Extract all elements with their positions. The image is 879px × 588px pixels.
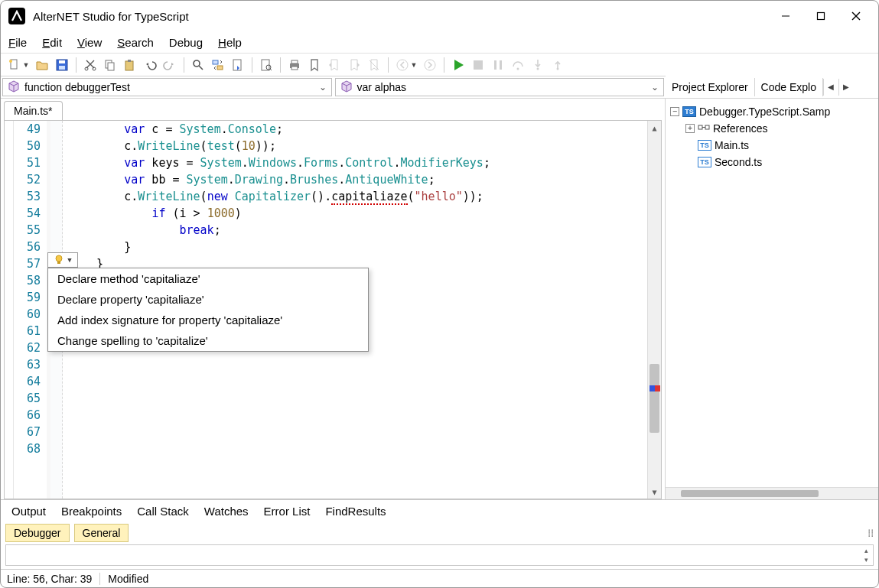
output-source-general[interactable]: General — [74, 524, 129, 542]
svg-rect-1 — [818, 13, 825, 20]
scroll-up-icon[interactable]: ▲ — [648, 121, 661, 135]
bookmark-prev-button[interactable] — [325, 56, 343, 74]
run-button[interactable] — [449, 56, 467, 74]
new-file-button[interactable]: ▼ — [5, 56, 31, 74]
status-position: Line: 56, Char: 39 — [7, 573, 92, 585]
menu-view[interactable]: View — [77, 36, 102, 49]
scrollbar-marker — [649, 385, 660, 391]
goto-button[interactable] — [229, 56, 247, 74]
find-button[interactable] — [189, 56, 207, 74]
svg-rect-25 — [291, 67, 298, 70]
member-dropdown[interactable]: var alphas ⌄ — [335, 78, 665, 96]
svg-line-16 — [199, 66, 203, 70]
codefix-change-spelling[interactable]: Change spelling to 'capitalize' — [48, 330, 368, 351]
tab-error-list[interactable]: Error List — [256, 502, 318, 521]
chevron-down-icon: ⌄ — [651, 82, 659, 93]
editor-tab-main[interactable]: Main.ts* — [4, 101, 63, 120]
scroll-down-icon[interactable]: ▾ — [861, 555, 871, 564]
lightbulb-button[interactable]: ▼ — [47, 252, 78, 268]
step-out-button[interactable] — [549, 56, 567, 74]
print-button[interactable] — [285, 56, 304, 74]
find-in-files-button[interactable] — [257, 56, 275, 74]
bookmark-toggle-button[interactable] — [305, 56, 324, 74]
tab-output[interactable]: Output — [4, 502, 54, 521]
step-over-button[interactable] — [509, 56, 527, 74]
app-icon — [8, 8, 25, 24]
codefix-declare-method[interactable]: Declare method 'capitaliaze' — [48, 268, 368, 289]
menu-file[interactable]: File — [8, 36, 27, 49]
menu-help[interactable]: Help — [218, 36, 242, 49]
minimize-button[interactable] — [768, 2, 803, 31]
svg-point-33 — [537, 67, 539, 70]
window-title: AlterNET Studio for TypeScript — [33, 10, 189, 23]
tab-call-stack[interactable]: Call Stack — [129, 502, 197, 521]
svg-rect-24 — [291, 60, 298, 63]
close-button[interactable] — [838, 2, 874, 31]
menu-edit[interactable]: Edit — [42, 36, 62, 49]
hscroll-thumb[interactable] — [681, 490, 819, 497]
svg-rect-36 — [57, 262, 60, 264]
redo-button[interactable] — [161, 56, 179, 74]
svg-rect-30 — [494, 60, 496, 70]
maximize-button[interactable] — [803, 2, 838, 31]
lightbulb-icon — [54, 255, 64, 265]
nav-fwd-button[interactable] — [421, 56, 439, 74]
codefix-declare-property[interactable]: Declare property 'capitaliaze' — [48, 289, 368, 310]
tab-project-explorer[interactable]: Project Explorer — [666, 78, 755, 96]
svg-rect-17 — [213, 60, 218, 64]
collapse-icon[interactable]: − — [670, 107, 679, 116]
toolbar: ▼ ▼ — [1, 53, 878, 76]
status-modified: Modified — [108, 573, 148, 585]
output-source-debugger[interactable]: Debugger — [5, 524, 70, 542]
output-text[interactable]: ▴ ▾ — [5, 544, 874, 566]
tab-breakpoints[interactable]: Breakpoints — [54, 502, 129, 521]
tab-watches[interactable]: Watches — [197, 502, 256, 521]
side-tab-scroll-right[interactable]: ▶ — [838, 79, 854, 96]
replace-button[interactable] — [209, 56, 227, 74]
undo-button[interactable] — [141, 56, 159, 74]
open-file-button[interactable] — [33, 56, 51, 74]
menu-debug[interactable]: Debug — [169, 36, 203, 49]
scope-dropdown[interactable]: function debuggerTest ⌄ — [2, 78, 332, 96]
title-bar: AlterNET Studio for TypeScript — [1, 1, 878, 31]
code-fix-menu: Declare method 'capitaliaze' Declare pro… — [47, 268, 369, 352]
ts-project-icon: TS — [682, 106, 696, 117]
ts-file-icon: TS — [698, 140, 711, 151]
nav-back-button[interactable]: ▼ — [393, 56, 419, 74]
step-into-button[interactable] — [529, 56, 547, 74]
bookmark-clear-button[interactable] — [365, 56, 383, 74]
tab-find-results[interactable]: FindResults — [317, 502, 393, 521]
svg-line-22 — [270, 69, 272, 70]
svg-rect-13 — [125, 61, 133, 70]
copy-button[interactable] — [101, 56, 119, 74]
svg-rect-18 — [217, 66, 223, 70]
svg-point-15 — [194, 60, 200, 67]
ts-file-icon: TS — [698, 157, 711, 167]
codefix-add-index-signature[interactable]: Add index signature for property 'capita… — [48, 310, 368, 330]
save-button[interactable] — [53, 56, 71, 74]
svg-rect-8 — [59, 66, 65, 70]
code-editor[interactable]: 4950515253545556575859606162636465666768… — [4, 120, 662, 499]
expand-icon[interactable]: + — [685, 124, 695, 133]
scrollbar-thumb[interactable] — [649, 364, 659, 433]
tree-file-second[interactable]: TS Second.ts — [669, 154, 875, 171]
cut-button[interactable] — [81, 56, 99, 74]
side-tab-scroll-left[interactable]: ◀ — [823, 79, 838, 96]
scroll-down-icon[interactable]: ▼ — [648, 485, 661, 499]
tree-root[interactable]: − TS Debugger.TypeScript.Samp — [669, 103, 875, 120]
tab-code-explorer[interactable]: Code Explo — [755, 78, 823, 96]
menu-bar: File Edit View Search Debug Help — [1, 31, 878, 53]
pause-button[interactable] — [489, 56, 507, 74]
tree-file-main[interactable]: TS Main.ts — [669, 137, 875, 154]
paste-button[interactable] — [121, 56, 139, 74]
svg-point-35 — [56, 255, 62, 262]
status-bar: Line: 56, Char: 39 Modified — [1, 569, 878, 587]
tree-references[interactable]: + References — [669, 120, 875, 137]
editor-scrollbar[interactable]: ▲ ▼ — [647, 121, 661, 499]
scroll-up-icon[interactable]: ▴ — [861, 546, 871, 555]
bookmark-next-button[interactable] — [345, 56, 363, 74]
resize-grip-icon[interactable]: ⁞⁞ — [868, 527, 874, 539]
sidebar-hscroll[interactable] — [666, 487, 878, 499]
stop-button[interactable] — [469, 56, 487, 74]
menu-search[interactable]: Search — [117, 36, 154, 49]
